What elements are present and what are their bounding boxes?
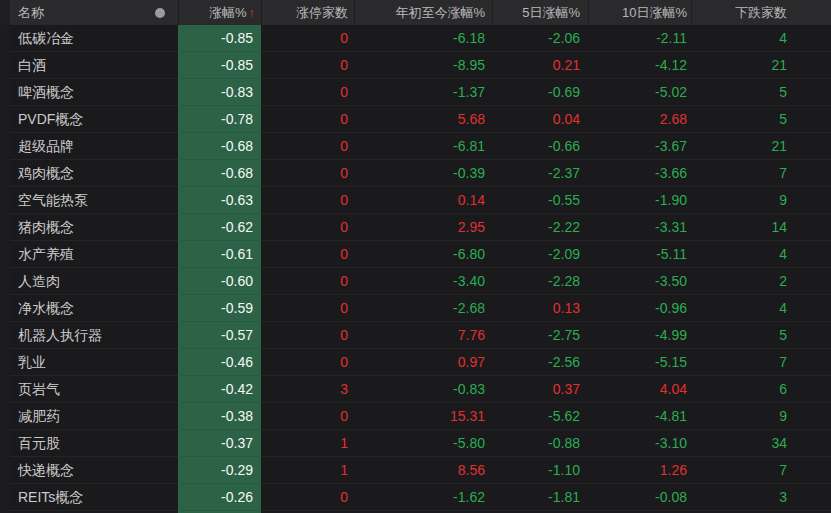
decliner-count-cell: 7 — [691, 160, 791, 187]
row-filler — [791, 133, 831, 160]
limit-up-count-cell: 0 — [261, 403, 354, 430]
ytd-change-cell: -8.95 — [354, 52, 492, 79]
row-filler — [791, 25, 831, 52]
sector-name: 减肥药 — [0, 403, 155, 430]
row-filler — [791, 430, 831, 457]
limit-up-count-cell: 1 — [261, 430, 354, 457]
ytd-change-cell: 0.14 — [354, 187, 492, 214]
sector-name: 乳业 — [0, 349, 155, 376]
decliner-count-cell: 21 — [691, 52, 791, 79]
limit-up-count-cell: 0 — [261, 349, 354, 376]
change-percent-cell: -0.37 — [178, 430, 261, 457]
table-row[interactable]: 低碳冶金 -0.85 0 -6.18 -2.06 -2.11 4 — [0, 25, 831, 52]
ten-day-change-cell: -4.12 — [588, 52, 691, 79]
table-row[interactable]: 空气能热泵 -0.63 0 0.14 -0.55 -1.90 9 — [0, 187, 831, 214]
sector-ranking-panel: 名称 涨幅%↑ 涨停家数 年初至今涨幅% 5日涨幅% 10日涨幅% 下跌家数 低… — [0, 0, 831, 513]
change-percent-cell: -0.26 — [178, 484, 261, 511]
limit-up-count-cell: 0 — [261, 106, 354, 133]
table-row[interactable]: 鸡肉概念 -0.68 0 -0.39 -2.37 -3.66 7 — [0, 160, 831, 187]
row-filler — [791, 484, 831, 511]
limit-up-count-cell: 3 — [261, 376, 354, 403]
limit-up-count-cell: 0 — [261, 322, 354, 349]
sector-name: 页岩气 — [0, 376, 155, 403]
decliner-count-cell: 5 — [691, 322, 791, 349]
change-percent-cell: -0.61 — [178, 241, 261, 268]
row-filler — [791, 322, 831, 349]
column-header-name[interactable]: 名称 — [0, 0, 155, 25]
five-day-change-cell: -2.28 — [492, 268, 588, 295]
ten-day-change-cell: -4.81 — [588, 403, 691, 430]
row-filler — [791, 241, 831, 268]
sector-name: 百元股 — [0, 430, 155, 457]
table-row[interactable]: PVDF概念 -0.78 0 5.68 0.04 2.68 5 — [0, 106, 831, 133]
table-row[interactable]: 超级品牌 -0.68 0 -6.81 -0.66 -3.67 21 — [0, 133, 831, 160]
marker-cell — [155, 25, 178, 52]
table-row[interactable]: 百元股 -0.37 1 -5.80 -0.88 -3.10 34 — [0, 430, 831, 457]
change-percent-cell: -0.57 — [178, 322, 261, 349]
row-filler — [791, 52, 831, 79]
row-filler — [791, 349, 831, 376]
column-header-decliners[interactable]: 下跌家数 — [691, 0, 791, 25]
sector-name: 净水概念 — [0, 295, 155, 322]
ytd-change-cell: 15.31 — [354, 403, 492, 430]
table-row[interactable]: 乳业 -0.46 0 0.97 -2.56 -5.15 7 — [0, 349, 831, 376]
sector-name: 空气能热泵 — [0, 187, 155, 214]
marker-cell — [155, 322, 178, 349]
sector-name: 人造肉 — [0, 268, 155, 295]
ytd-change-cell: -6.81 — [354, 133, 492, 160]
table-row[interactable]: 减肥药 -0.38 0 15.31 -5.62 -4.81 9 — [0, 403, 831, 430]
five-day-change-cell: -1.10 — [492, 457, 588, 484]
marker-cell — [155, 430, 178, 457]
column-header-change[interactable]: 涨幅%↑ — [178, 0, 261, 25]
five-day-change-cell: -2.56 — [492, 349, 588, 376]
change-percent-cell: -0.85 — [178, 52, 261, 79]
marker-cell — [155, 403, 178, 430]
decliner-count-cell: 4 — [691, 241, 791, 268]
five-day-change-cell: 0.21 — [492, 52, 588, 79]
marker-cell — [155, 160, 178, 187]
table-row[interactable]: 啤酒概念 -0.83 0 -1.37 -0.69 -5.02 5 — [0, 79, 831, 106]
five-day-change-cell: -5.62 — [492, 403, 588, 430]
column-header-ytd[interactable]: 年初至今涨幅% — [354, 0, 492, 25]
change-percent-cell: -0.68 — [178, 160, 261, 187]
change-percent-cell: -0.42 — [178, 376, 261, 403]
table-row[interactable]: 人造肉 -0.60 0 -3.40 -2.28 -3.50 2 — [0, 268, 831, 295]
table-row[interactable]: 净水概念 -0.59 0 -2.68 0.13 -0.96 4 — [0, 295, 831, 322]
decliner-count-cell: 5 — [691, 106, 791, 133]
marker-column-header[interactable] — [155, 0, 178, 25]
marker-cell — [155, 241, 178, 268]
marker-cell — [155, 268, 178, 295]
marker-cell — [155, 106, 178, 133]
limit-up-count-cell: 0 — [261, 268, 354, 295]
table-row[interactable]: 猪肉概念 -0.62 0 2.95 -2.22 -3.31 14 — [0, 214, 831, 241]
decliner-count-cell: 6 — [691, 376, 791, 403]
decliner-count-cell: 9 — [691, 403, 791, 430]
limit-up-count-cell: 0 — [261, 187, 354, 214]
five-day-change-cell: -2.37 — [492, 160, 588, 187]
marker-cell — [155, 133, 178, 160]
column-header-5day[interactable]: 5日涨幅% — [492, 0, 588, 25]
column-header-limit-up[interactable]: 涨停家数 — [261, 0, 354, 25]
row-filler — [791, 214, 831, 241]
table-row[interactable]: 机器人执行器 -0.57 0 7.76 -2.75 -4.99 5 — [0, 322, 831, 349]
five-day-change-cell: -0.88 — [492, 430, 588, 457]
five-day-change-cell: -2.09 — [492, 241, 588, 268]
sector-name: 低碳冶金 — [0, 25, 155, 52]
sector-name: 超级品牌 — [0, 133, 155, 160]
change-percent-cell: -0.46 — [178, 349, 261, 376]
change-percent-cell: -0.38 — [178, 403, 261, 430]
table-row[interactable]: 快递概念 -0.29 1 8.56 -1.10 1.26 7 — [0, 457, 831, 484]
limit-up-count-cell: 0 — [261, 241, 354, 268]
table-row[interactable]: REITs概念 -0.26 0 -1.62 -1.81 -0.08 3 — [0, 484, 831, 511]
sector-name: PVDF概念 — [0, 106, 155, 133]
marker-cell — [155, 79, 178, 106]
ten-day-change-cell: -0.96 — [588, 295, 691, 322]
table-row[interactable]: 白酒 -0.85 0 -8.95 0.21 -4.12 21 — [0, 52, 831, 79]
ten-day-change-cell: -3.31 — [588, 214, 691, 241]
column-header-10day[interactable]: 10日涨幅% — [588, 0, 691, 25]
table-row[interactable]: 水产养殖 -0.61 0 -6.80 -2.09 -5.11 4 — [0, 241, 831, 268]
limit-up-count-cell: 0 — [261, 133, 354, 160]
table-row[interactable]: 页岩气 -0.42 3 -0.83 0.37 4.04 6 — [0, 376, 831, 403]
ten-day-change-cell: -5.11 — [588, 241, 691, 268]
sector-name: REITs概念 — [0, 484, 155, 511]
